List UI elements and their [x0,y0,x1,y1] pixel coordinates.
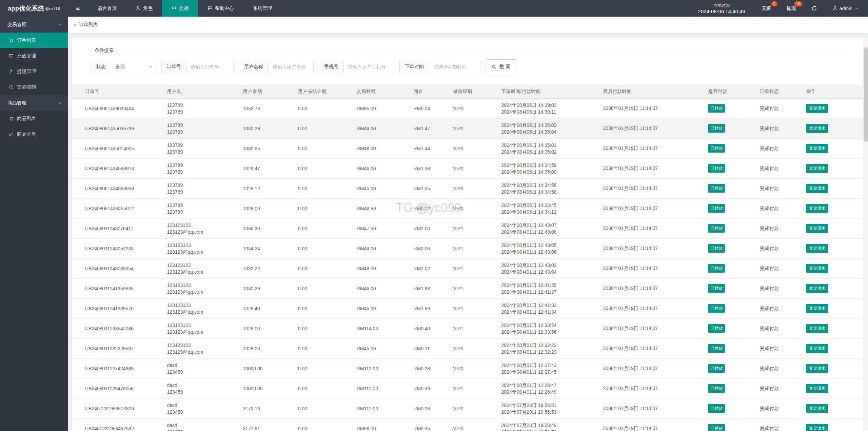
order-row-7: UB2408011243052233123123123123123@qq.com… [72,238,863,258]
fund-flow-button[interactable]: 资金流水 [806,284,828,293]
column-header-4: 交易数额 [357,85,414,98]
frozen-cell: 0.00 [298,418,357,431]
nav-item-help-center[interactable]: 帮助中心 [198,0,243,17]
frozen-cell: 0.00 [298,398,357,418]
commission-cell: RM0.11 [413,338,453,358]
fund-flow-button[interactable]: 资金流水 [806,104,828,113]
order-pay-time-cell-line1: 2024年08月06日 14:33:45 [501,202,603,209]
order-pay-time-cell-line2: 2024年08月06日 14:35:02 [501,149,603,155]
fund-flow-button[interactable]: 资金流水 [806,304,828,313]
order-pay-time-cell-line1: 2024年08月06日 14:35:03 [501,122,603,129]
nav-item-system-management[interactable]: 系统管理 [243,0,281,17]
order-no-input[interactable] [186,60,233,74]
nav-item-roles[interactable]: 角色 [126,0,162,17]
balance-cell: 1030.29 [243,278,298,298]
order-time-input[interactable] [429,60,480,74]
frozen-cell: 0.00 [298,138,357,158]
paid-badge: 已付款 [708,384,725,393]
user-cell: 123123123123123@qq.com [167,298,243,318]
user-name-input[interactable] [269,60,313,74]
last-pay-time-cell: 2038年01月19日 11:14:07 [603,338,708,358]
sidebar-item-withdraw-management[interactable]: 提现管理 [0,64,68,79]
user-cell: 123123123123123@qq.com [167,218,243,238]
user-cell-line1: dasd [167,402,243,409]
action-cell: 资金流水 [806,98,863,118]
commission-cell: RM2.00 [413,218,453,238]
level-cell: VIP0 [453,158,501,178]
withdraw-shortcut[interactable]: 提现 16 [779,0,804,17]
balance-cell: 1028.12 [243,178,298,198]
user-cell-line2: 123123@qq.com [167,249,243,255]
action-cell: 资金流水 [806,178,863,198]
order-time-filter-label: 下单时间 [400,60,429,74]
sidebar-item-product-category[interactable]: 商品分类 [0,126,68,142]
fund-flow-button[interactable]: 资金流水 [806,144,828,153]
status-select[interactable]: 全部 [111,60,156,74]
fund-flow-button[interactable]: 资金流水 [806,224,828,233]
fund-flow-button[interactable]: 资金流水 [806,264,828,273]
paid-badge: 已付款 [708,184,725,193]
fund-flow-button[interactable]: 资金流水 [806,124,828,133]
level-cell: VIP0 [453,398,501,418]
fund-flow-button[interactable]: 资金流水 [806,184,828,193]
sidebar-item-trade-control[interactable]: 交易控制 [0,79,68,95]
recharge-shortcut[interactable]: 充值 0 [754,0,779,17]
fund-flow-button[interactable]: 资金流水 [806,424,828,431]
nav-item-home[interactable]: 后台首页 [88,0,126,17]
user-cell-line2: 123123@qq.com [167,269,243,275]
order-pay-time-cell-line1: 2024年08月01日 12:41:35 [501,282,603,289]
order-pay-time-cell-line2: 2024年07月23日 19:56:50 [501,429,603,431]
user-cell-line2: 123123@qq.com [167,289,243,295]
amount-cell: RM98.00 [357,418,414,431]
order-pay-time-cell-line2: 2024年08月01日 12:43:04 [501,269,603,275]
vertical-scrollbar[interactable] [864,38,868,431]
order-pay-time-cell: 2024年08月01日 12:43:072024年08月01日 12:43:08 [501,218,603,238]
fund-flow-button[interactable]: 资金流水 [806,384,828,393]
search-button[interactable]: 搜 索 [486,59,516,74]
chevron-down-icon [58,101,62,105]
user-cell: dasd123459 [167,418,243,431]
user-cell-line2: 123459 [167,409,243,415]
sidebar-group-trade-management[interactable]: 交易管理 [0,17,68,33]
order-status-cell: 完成付款 [760,218,806,238]
fund-flow-button[interactable]: 资金流水 [806,404,828,413]
refresh-button[interactable] [804,0,825,17]
column-header-2: 用户余额 [243,85,298,98]
amount-cell: RM112.00 [357,358,414,378]
sidebar-item-order-list[interactable]: 订单列表 [0,33,68,48]
last-pay-time-cell: 2038年01月19日 11:14:07 [603,378,708,398]
nav-item-trade[interactable]: 交易 [162,0,198,17]
fund-flow-button[interactable]: 资金流水 [806,164,828,173]
order-status-cell: 完成付款 [760,398,806,418]
order-no-filter: 订单号 [161,60,234,74]
fund-flow-button[interactable]: 资金流水 [806,204,828,213]
paid-badge: 已付款 [708,124,725,133]
order-status-cell: 完成付款 [760,198,806,218]
user-cell-line1: 123789 [167,142,243,149]
orders-table-header-row: 订单号用户名用户余额用户冻结金额交易数额佣金做单级别下单时间/付款时间最后付款时… [72,85,863,98]
fund-flow-button[interactable]: 资金流水 [806,244,828,253]
scrollbar-thumb[interactable] [864,47,868,142]
level-cell: VIP0 [453,418,501,431]
fund-flow-button[interactable]: 资金流水 [806,364,828,373]
sidebar-item-recharge-management[interactable]: 充值管理 [0,48,68,64]
order-pay-time-cell-line2: 2024年08月01日 12:26:49 [501,389,603,395]
level-cell: VIP0 [453,118,501,138]
balance-cell: 1029.47 [243,158,298,178]
order-no-cell: UB2408061435014005 [72,138,167,158]
user-cell: 123789123789 [167,198,243,218]
last-pay-time-cell: 2038年01月19日 11:14:07 [603,118,708,138]
collapse-menu-button[interactable] [68,0,88,17]
user-cell-line2: 123123@qq.com [167,349,243,355]
paid-cell: 已付款 [708,418,760,431]
user-cell-line2: 123123@qq.com [167,329,243,335]
sidebar-item-product-list[interactable]: 商品列表 [0,111,68,126]
fund-flow-button[interactable]: 资金流水 [806,324,828,333]
fund-flow-button[interactable]: 资金流水 [806,344,828,353]
sidebar-group-product-management[interactable]: 商品管理 [0,95,68,111]
phone-input[interactable] [344,60,394,74]
frozen-cell: 0.00 [298,118,357,138]
commission-cell: RM0.40 [413,318,453,338]
user-menu[interactable]: admin [825,0,868,17]
paid-badge: 已付款 [708,284,725,293]
